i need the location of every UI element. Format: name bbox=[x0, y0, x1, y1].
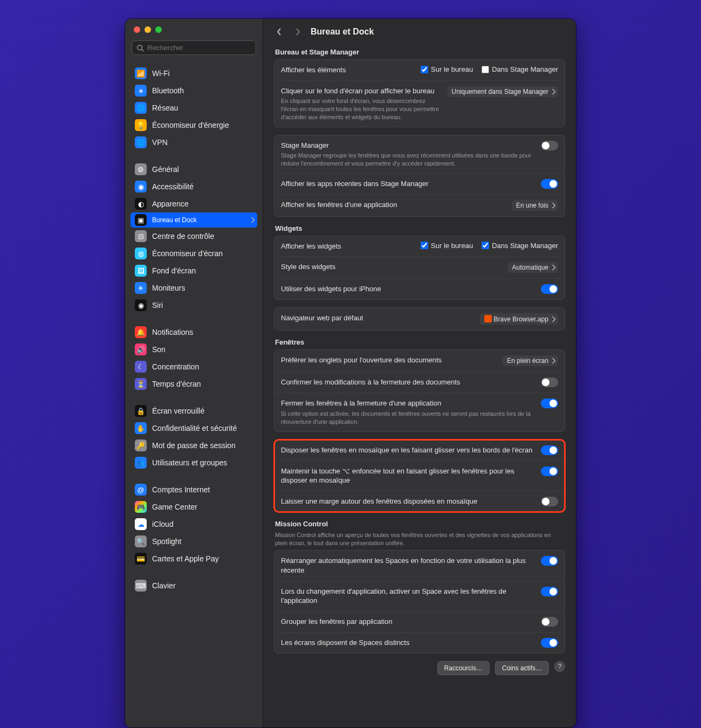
select-click-wallpaper[interactable]: Uniquement dans Stage Manager bbox=[448, 86, 558, 97]
key-icon: 🔑 bbox=[135, 439, 147, 451]
sidebar: 📶Wi-Fi∗Bluetooth🌐Réseau💡Économiseur d'én… bbox=[125, 19, 263, 727]
sidebar-item-gc[interactable]: 🎮Game Center bbox=[130, 498, 257, 516]
sidebar-item-label: VPN bbox=[152, 138, 168, 147]
cloud-icon: ☁ bbox=[135, 518, 147, 530]
select-prefer-tabs[interactable]: En plein écran bbox=[503, 355, 558, 366]
sidebar-item-label: Son bbox=[152, 345, 166, 354]
sidebar-item-acc[interactable]: ◉Accessibilité bbox=[130, 178, 257, 195]
toggle-mc-rearrange[interactable] bbox=[541, 556, 558, 566]
sidebar-item-lock[interactable]: 🔒Écran verrouillé bbox=[130, 402, 257, 420]
back-button[interactable] bbox=[274, 26, 285, 37]
section-header-windows: Fenêtres bbox=[275, 338, 564, 346]
maximize-window-button[interactable] bbox=[155, 26, 162, 33]
section-header-mission-control: Mission Control bbox=[275, 520, 564, 528]
toggle-mc-group[interactable] bbox=[541, 617, 558, 627]
sidebar-item-label: Bluetooth bbox=[152, 86, 184, 95]
sidebar-item-vpn[interactable]: 🌐VPN bbox=[130, 134, 257, 151]
sidebar-item-pay[interactable]: 💳Cartes et Apple Pay bbox=[130, 550, 257, 567]
card-widgets: Afficher les widgets Sur le bureau Dans … bbox=[274, 236, 565, 300]
hot-corners-button[interactable]: Coins actifs… bbox=[495, 661, 549, 675]
label-tile-drag: Disposer les fenêtres en mosaïque en les… bbox=[281, 445, 535, 455]
sidebar-item-label: Accessibilité bbox=[152, 182, 194, 191]
sidebar-item-kb[interactable]: ⌨Clavier bbox=[130, 577, 257, 594]
toggle-widget-iphone[interactable] bbox=[541, 284, 558, 294]
sidebar-item-users[interactable]: 👥Utilisateurs et groupes bbox=[130, 454, 257, 471]
sidebar-item-bulb[interactable]: 💡Économiseur d'énergie bbox=[130, 116, 257, 134]
traffic-lights bbox=[125, 19, 263, 38]
card-stage-manager: Stage Manager Stage Manager regroupe les… bbox=[274, 135, 565, 217]
close-window-button[interactable] bbox=[134, 26, 140, 33]
siri-icon: ◉ bbox=[135, 299, 147, 311]
sidebar-item-bt[interactable]: ∗Bluetooth bbox=[130, 82, 257, 99]
search-input[interactable] bbox=[147, 44, 251, 52]
help-button[interactable]: ? bbox=[554, 661, 565, 672]
sidebar-item-label: Spotlight bbox=[152, 537, 181, 546]
topbar: Bureau et Dock bbox=[263, 19, 576, 42]
sidebar-item-ss[interactable]: ◍Économiseur d'écran bbox=[130, 245, 257, 262]
sidebar-item-sound[interactable]: 🔊Son bbox=[130, 341, 257, 358]
toggle-tile-option[interactable] bbox=[541, 466, 558, 476]
select-widget-style[interactable]: Automatique bbox=[508, 262, 558, 273]
sidebar-item-label: Fond d'écran bbox=[152, 266, 196, 275]
sidebar-item-label: Écran verrouillé bbox=[152, 407, 204, 415]
checkbox-on-desktop[interactable]: Sur le bureau bbox=[421, 65, 473, 73]
label-confirm-close: Confirmer les modifications à la fermetu… bbox=[281, 377, 535, 387]
section-header-widgets: Widgets bbox=[275, 224, 564, 232]
hand-icon: ✋ bbox=[135, 422, 147, 434]
time-icon: ⏳ bbox=[135, 378, 147, 390]
sidebar-item-disp[interactable]: ☀Moniteurs bbox=[130, 279, 257, 297]
card-bsm-items: Afficher les éléments Sur le bureau Dans… bbox=[274, 59, 565, 127]
toggle-tile-drag[interactable] bbox=[541, 445, 558, 455]
toggle-tile-margin[interactable] bbox=[541, 497, 558, 506]
footer-buttons: Raccourcis… Coins actifs… ? bbox=[274, 661, 565, 675]
card-default-browser: Navigateur web par défaut Brave Browser.… bbox=[274, 307, 565, 331]
toggle-sm-recent[interactable] bbox=[541, 179, 558, 189]
sidebar-item-time[interactable]: ⏳Temps d'écran bbox=[130, 375, 257, 393]
sidebar-item-label: Clavier bbox=[152, 581, 176, 590]
sidebar-item-appear[interactable]: ◐Apparence bbox=[130, 195, 257, 212]
sidebar-item-label: Économiseur d'énergie bbox=[152, 121, 229, 129]
sidebar-item-siri[interactable]: ◉Siri bbox=[130, 297, 257, 314]
sidebar-item-hand[interactable]: ✋Confidentialité et sécurité bbox=[130, 420, 257, 437]
sidebar-item-label: Apparence bbox=[152, 200, 189, 208]
sidebar-item-label: Concentration bbox=[152, 362, 199, 371]
toggle-mc-displays[interactable] bbox=[541, 638, 558, 648]
sidebar-item-bell[interactable]: 🔔Notifications bbox=[130, 324, 257, 341]
toggle-close-windows[interactable] bbox=[541, 399, 558, 408]
focus-icon: ☾ bbox=[135, 361, 147, 373]
sidebar-nav: 📶Wi-Fi∗Bluetooth🌐Réseau💡Économiseur d'én… bbox=[125, 61, 263, 727]
forward-button[interactable] bbox=[292, 26, 303, 37]
checkbox-in-stage-manager[interactable]: Dans Stage Manager bbox=[482, 65, 558, 73]
toggle-mc-switch[interactable] bbox=[541, 587, 558, 596]
sidebar-item-cloud[interactable]: ☁iCloud bbox=[130, 516, 257, 533]
toggle-confirm-close[interactable] bbox=[541, 377, 558, 387]
sidebar-item-label: Économiseur d'écran bbox=[152, 249, 223, 258]
sidebar-item-at[interactable]: @Comptes Internet bbox=[130, 481, 257, 498]
sidebar-item-dock[interactable]: ▣Bureau et Dock bbox=[130, 212, 257, 228]
sidebar-item-label: Confidentialité et sécurité bbox=[152, 424, 237, 432]
checkbox-widgets-desktop[interactable]: Sur le bureau bbox=[421, 242, 473, 250]
sidebar-item-net[interactable]: 🌐Réseau bbox=[130, 99, 257, 116]
label-mc-rearrange: Réarranger automatiquement les Spaces en… bbox=[281, 556, 535, 575]
wall-icon: 🖼 bbox=[135, 265, 147, 277]
label-click-wallpaper: Cliquer sur le fond d'écran pour affiche… bbox=[281, 87, 435, 95]
sidebar-item-spot[interactable]: 🔍Spotlight bbox=[130, 533, 257, 550]
desc-stage-manager: Stage Manager regroupe les fenêtres que … bbox=[281, 152, 535, 168]
sidebar-item-wifi[interactable]: 📶Wi-Fi bbox=[130, 65, 257, 82]
shortcuts-button[interactable]: Raccourcis… bbox=[437, 661, 490, 675]
checkbox-widgets-stage-manager[interactable]: Dans Stage Manager bbox=[482, 242, 558, 250]
select-default-browser[interactable]: Brave Browser.app bbox=[480, 313, 558, 325]
settings-scroll[interactable]: Bureau et Stage Manager Afficher les élé… bbox=[263, 42, 576, 727]
select-sm-windows[interactable]: En une fois bbox=[512, 200, 558, 211]
sidebar-item-wall[interactable]: 🖼Fond d'écran bbox=[130, 262, 257, 279]
svg-point-0 bbox=[138, 45, 142, 50]
sidebar-item-key[interactable]: 🔑Mot de passe de session bbox=[130, 437, 257, 454]
sidebar-item-gear[interactable]: ⚙Général bbox=[130, 161, 257, 178]
sidebar-item-focus[interactable]: ☾Concentration bbox=[130, 358, 257, 375]
toggle-stage-manager[interactable] bbox=[541, 141, 558, 150]
sidebar-item-label: Réseau bbox=[152, 104, 178, 112]
search-field[interactable] bbox=[132, 40, 256, 55]
sidebar-item-label: Game Center bbox=[152, 503, 197, 511]
minimize-window-button[interactable] bbox=[145, 26, 151, 33]
sidebar-item-cc[interactable]: ⊟Centre de contrôle bbox=[130, 228, 257, 245]
